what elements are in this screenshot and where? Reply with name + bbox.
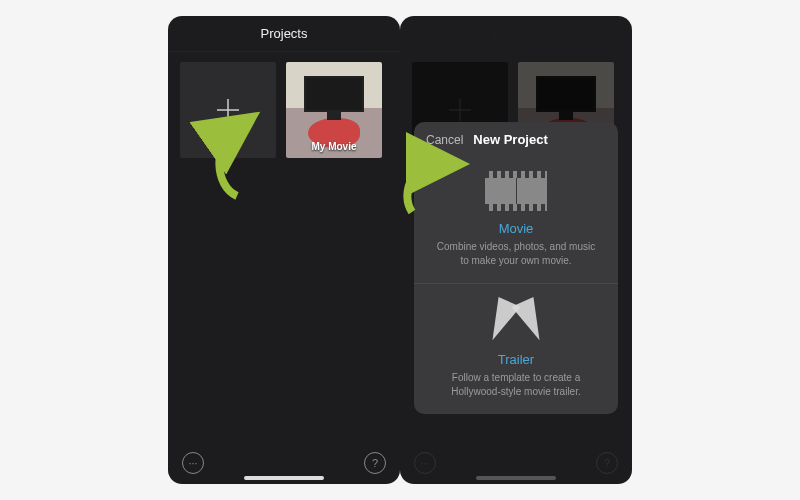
home-indicator bbox=[476, 476, 556, 480]
header: Projects bbox=[168, 16, 400, 52]
page-title: Projects bbox=[261, 26, 308, 41]
option-title: Trailer bbox=[432, 352, 600, 367]
option-title: Movie bbox=[432, 221, 600, 236]
more-icon[interactable]: ··· bbox=[182, 452, 204, 474]
help-icon[interactable]: ? bbox=[364, 452, 386, 474]
modal-title: New Project bbox=[473, 132, 547, 147]
page-title: Projects bbox=[493, 26, 540, 41]
cancel-button[interactable]: Cancel bbox=[426, 133, 463, 147]
filmstrip-icon bbox=[485, 171, 547, 211]
phone-left: Projects My Movie ··· ? bbox=[168, 16, 400, 484]
phone-right: Projects My Movie ··· bbox=[400, 16, 632, 484]
option-desc: Combine videos, photos, and music to mak… bbox=[432, 240, 600, 267]
option-movie[interactable]: Movie Combine videos, photos, and music … bbox=[414, 153, 618, 283]
plus-icon bbox=[212, 94, 244, 126]
header: Projects bbox=[400, 16, 632, 52]
option-trailer[interactable]: Trailer Follow a template to create a Ho… bbox=[414, 283, 618, 414]
more-icon: ··· bbox=[414, 452, 436, 474]
spotlights-icon bbox=[491, 300, 541, 344]
option-desc: Follow a template to create a Hollywood-… bbox=[432, 371, 600, 398]
content-area: My Movie bbox=[168, 52, 400, 454]
help-icon: ? bbox=[596, 452, 618, 474]
project-title: My Movie bbox=[311, 141, 356, 152]
project-tile[interactable]: My Movie bbox=[286, 62, 382, 158]
new-project-modal: Cancel New Project Movie Combine videos,… bbox=[414, 122, 618, 414]
thumbnail-image bbox=[304, 76, 364, 112]
new-project-tile[interactable] bbox=[180, 62, 276, 158]
home-indicator bbox=[244, 476, 324, 480]
